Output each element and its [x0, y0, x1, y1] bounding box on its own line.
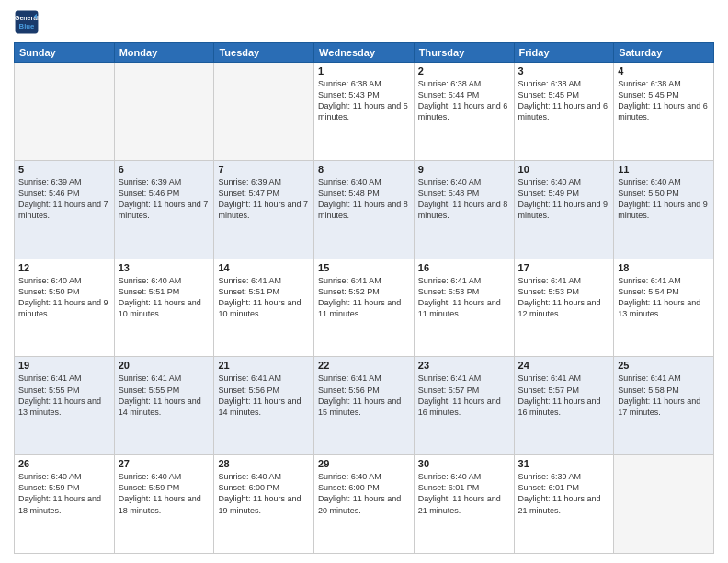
calendar-week-row: 5Sunrise: 6:39 AM Sunset: 5:46 PM Daylig… [15, 160, 714, 259]
cell-text: Sunrise: 6:41 AM Sunset: 5:52 PM Dayligh… [318, 275, 410, 320]
calendar-cell: 6Sunrise: 6:39 AM Sunset: 5:46 PM Daylig… [114, 160, 214, 259]
day-number: 29 [318, 458, 410, 469]
day-number: 14 [218, 262, 310, 273]
day-number: 6 [119, 164, 210, 175]
cell-text: Sunrise: 6:41 AM Sunset: 5:53 PM Dayligh… [518, 275, 610, 320]
day-number: 17 [518, 262, 610, 273]
calendar-week-row: 1Sunrise: 6:38 AM Sunset: 5:43 PM Daylig… [15, 63, 714, 161]
calendar-cell: 24Sunrise: 6:41 AM Sunset: 5:57 PM Dayli… [514, 357, 614, 455]
cell-text: Sunrise: 6:40 AM Sunset: 5:48 PM Dayligh… [418, 177, 510, 222]
calendar-cell: 16Sunrise: 6:41 AM Sunset: 5:53 PM Dayli… [414, 259, 514, 357]
cell-text: Sunrise: 6:41 AM Sunset: 5:56 PM Dayligh… [218, 373, 310, 418]
cell-text: Sunrise: 6:38 AM Sunset: 5:45 PM Dayligh… [618, 78, 710, 123]
cell-text: Sunrise: 6:41 AM Sunset: 5:54 PM Dayligh… [618, 275, 710, 320]
calendar-cell [614, 455, 714, 554]
logo-icon: General Blue [14, 9, 40, 35]
day-number: 24 [518, 360, 610, 371]
day-number: 25 [618, 360, 710, 371]
weekday-header-saturday: Saturday [614, 43, 714, 63]
calendar-week-row: 26Sunrise: 6:40 AM Sunset: 5:59 PM Dayli… [15, 455, 714, 554]
day-number: 27 [119, 458, 210, 469]
day-number: 11 [618, 164, 710, 175]
calendar-cell: 31Sunrise: 6:39 AM Sunset: 6:01 PM Dayli… [514, 455, 614, 554]
cell-text: Sunrise: 6:38 AM Sunset: 5:44 PM Dayligh… [418, 78, 510, 123]
cell-text: Sunrise: 6:40 AM Sunset: 6:00 PM Dayligh… [218, 471, 310, 516]
calendar-cell: 5Sunrise: 6:39 AM Sunset: 5:46 PM Daylig… [15, 160, 115, 259]
cell-text: Sunrise: 6:41 AM Sunset: 5:57 PM Dayligh… [418, 373, 510, 418]
cell-text: Sunrise: 6:41 AM Sunset: 5:56 PM Dayligh… [318, 373, 410, 418]
day-number: 7 [218, 164, 310, 175]
weekday-header-monday: Monday [114, 43, 214, 63]
day-number: 16 [418, 262, 510, 273]
cell-text: Sunrise: 6:40 AM Sunset: 5:59 PM Dayligh… [119, 471, 210, 516]
cell-text: Sunrise: 6:41 AM Sunset: 5:55 PM Dayligh… [119, 373, 210, 418]
logo: General Blue [14, 9, 40, 35]
day-number: 20 [119, 360, 210, 371]
calendar-cell: 19Sunrise: 6:41 AM Sunset: 5:55 PM Dayli… [15, 357, 115, 455]
calendar-cell: 9Sunrise: 6:40 AM Sunset: 5:48 PM Daylig… [414, 160, 514, 259]
calendar-cell: 2Sunrise: 6:38 AM Sunset: 5:44 PM Daylig… [414, 63, 514, 161]
calendar-cell: 22Sunrise: 6:41 AM Sunset: 5:56 PM Dayli… [314, 357, 415, 455]
calendar-cell [214, 63, 314, 161]
day-number: 13 [119, 262, 210, 273]
day-number: 18 [618, 262, 710, 273]
calendar-cell: 14Sunrise: 6:41 AM Sunset: 5:51 PM Dayli… [214, 259, 314, 357]
calendar-cell [15, 63, 115, 161]
cell-text: Sunrise: 6:40 AM Sunset: 6:00 PM Dayligh… [318, 471, 410, 516]
calendar-cell: 4Sunrise: 6:38 AM Sunset: 5:45 PM Daylig… [614, 63, 714, 161]
day-number: 2 [418, 65, 510, 76]
calendar-cell: 17Sunrise: 6:41 AM Sunset: 5:53 PM Dayli… [514, 259, 614, 357]
calendar-cell: 3Sunrise: 6:38 AM Sunset: 5:45 PM Daylig… [514, 63, 614, 161]
day-number: 1 [318, 65, 410, 76]
calendar-cell: 15Sunrise: 6:41 AM Sunset: 5:52 PM Dayli… [314, 259, 415, 357]
day-number: 23 [418, 360, 510, 371]
cell-text: Sunrise: 6:41 AM Sunset: 5:57 PM Dayligh… [518, 373, 610, 418]
calendar-week-row: 12Sunrise: 6:40 AM Sunset: 5:50 PM Dayli… [15, 259, 714, 357]
calendar-cell: 18Sunrise: 6:41 AM Sunset: 5:54 PM Dayli… [614, 259, 714, 357]
day-number: 12 [18, 262, 110, 273]
day-number: 21 [218, 360, 310, 371]
day-number: 5 [18, 164, 110, 175]
cell-text: Sunrise: 6:40 AM Sunset: 5:59 PM Dayligh… [18, 471, 110, 516]
calendar-cell: 26Sunrise: 6:40 AM Sunset: 5:59 PM Dayli… [15, 455, 115, 554]
cell-text: Sunrise: 6:39 AM Sunset: 5:47 PM Dayligh… [218, 177, 310, 222]
weekday-header-wednesday: Wednesday [314, 43, 415, 63]
header: General Blue [14, 9, 714, 35]
calendar-cell: 20Sunrise: 6:41 AM Sunset: 5:55 PM Dayli… [114, 357, 214, 455]
weekday-header-sunday: Sunday [15, 43, 115, 63]
cell-text: Sunrise: 6:38 AM Sunset: 5:43 PM Dayligh… [318, 78, 410, 123]
day-number: 4 [618, 65, 710, 76]
calendar-cell: 10Sunrise: 6:40 AM Sunset: 5:49 PM Dayli… [514, 160, 614, 259]
calendar-cell: 30Sunrise: 6:40 AM Sunset: 6:01 PM Dayli… [414, 455, 514, 554]
calendar-week-row: 19Sunrise: 6:41 AM Sunset: 5:55 PM Dayli… [15, 357, 714, 455]
day-number: 31 [518, 458, 610, 469]
day-number: 10 [518, 164, 610, 175]
calendar-cell: 21Sunrise: 6:41 AM Sunset: 5:56 PM Dayli… [214, 357, 314, 455]
weekday-header-friday: Friday [514, 43, 614, 63]
calendar-cell: 23Sunrise: 6:41 AM Sunset: 5:57 PM Dayli… [414, 357, 514, 455]
calendar-cell: 12Sunrise: 6:40 AM Sunset: 5:50 PM Dayli… [15, 259, 115, 357]
cell-text: Sunrise: 6:39 AM Sunset: 5:46 PM Dayligh… [18, 177, 110, 222]
day-number: 28 [218, 458, 310, 469]
cell-text: Sunrise: 6:40 AM Sunset: 5:51 PM Dayligh… [119, 275, 210, 320]
day-number: 15 [318, 262, 410, 273]
cell-text: Sunrise: 6:40 AM Sunset: 6:01 PM Dayligh… [418, 471, 510, 516]
cell-text: Sunrise: 6:40 AM Sunset: 5:49 PM Dayligh… [518, 177, 610, 222]
calendar-cell: 28Sunrise: 6:40 AM Sunset: 6:00 PM Dayli… [214, 455, 314, 554]
cell-text: Sunrise: 6:40 AM Sunset: 5:50 PM Dayligh… [18, 275, 110, 320]
calendar-cell [114, 63, 214, 161]
svg-text:Blue: Blue [19, 22, 36, 30]
day-number: 9 [418, 164, 510, 175]
day-number: 3 [518, 65, 610, 76]
cell-text: Sunrise: 6:41 AM Sunset: 5:58 PM Dayligh… [618, 373, 710, 418]
weekday-header-row: SundayMondayTuesdayWednesdayThursdayFrid… [15, 43, 714, 63]
calendar-cell: 25Sunrise: 6:41 AM Sunset: 5:58 PM Dayli… [614, 357, 714, 455]
day-number: 8 [318, 164, 410, 175]
calendar-cell: 1Sunrise: 6:38 AM Sunset: 5:43 PM Daylig… [314, 63, 415, 161]
cell-text: Sunrise: 6:40 AM Sunset: 5:50 PM Dayligh… [618, 177, 710, 222]
cell-text: Sunrise: 6:39 AM Sunset: 6:01 PM Dayligh… [518, 471, 610, 516]
cell-text: Sunrise: 6:39 AM Sunset: 5:46 PM Dayligh… [119, 177, 210, 222]
weekday-header-thursday: Thursday [414, 43, 514, 63]
weekday-header-tuesday: Tuesday [214, 43, 314, 63]
cell-text: Sunrise: 6:41 AM Sunset: 5:51 PM Dayligh… [218, 275, 310, 320]
